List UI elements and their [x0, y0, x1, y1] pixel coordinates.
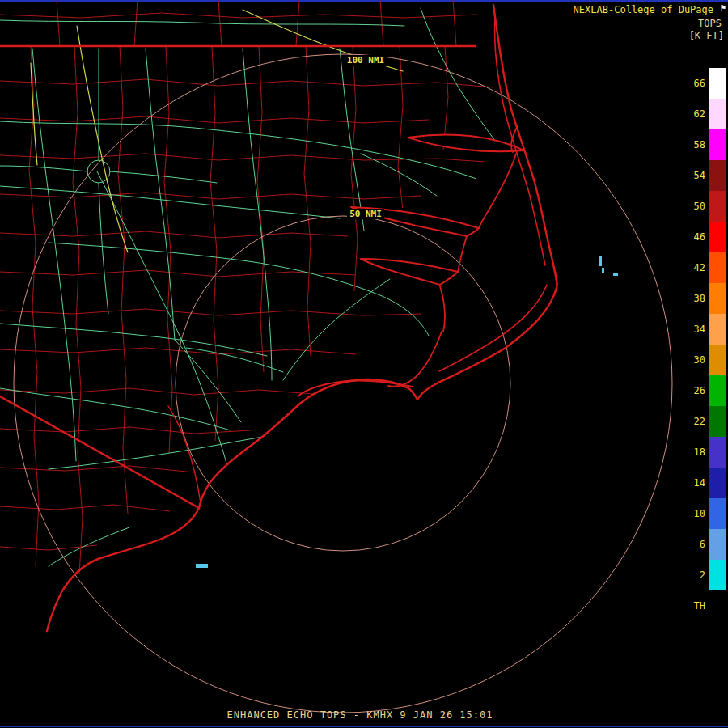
- legend-row: TH: [684, 590, 726, 621]
- legend-row: 30: [684, 345, 726, 375]
- legend-value-label: 26: [684, 385, 705, 396]
- attribution-text: NEXLAB-College of DuPage: [574, 4, 713, 15]
- legend-row: 58: [684, 129, 726, 160]
- legend-value-label: 38: [684, 293, 705, 304]
- legend-row: 26: [684, 375, 726, 406]
- sound-mainland-shore: [298, 125, 518, 396]
- legend-color-swatch: [709, 68, 726, 99]
- legend-color-swatch: [709, 406, 726, 437]
- albemarle-sound: [408, 135, 524, 152]
- legend-color-swatch: [709, 129, 726, 160]
- legend-units: [K FT]: [689, 30, 724, 41]
- legend-row: 14: [684, 468, 726, 498]
- legend-color-swatch: [709, 283, 726, 314]
- county-borders: [0, 0, 493, 574]
- legend-row: 34: [684, 314, 726, 345]
- legend-row: 22: [684, 406, 726, 437]
- legend-value-label: 34: [684, 324, 705, 335]
- legend-value-label: 62: [684, 108, 705, 120]
- legend-value-label: 18: [684, 447, 705, 458]
- legend-value-label: 10: [684, 508, 705, 519]
- storm-echoes: [196, 256, 618, 568]
- outer-banks-soundside: [439, 16, 547, 371]
- legend-value-label: 54: [684, 170, 705, 181]
- legend-value-label: 42: [684, 262, 705, 273]
- frame-line-bottom: [0, 726, 728, 727]
- legend-color-swatch: [709, 99, 726, 129]
- legend-color-swatch: [709, 160, 726, 191]
- product-caption: ENHANCED ECHO TOPS - KMHX 9 JAN 26 15:01: [227, 709, 493, 721]
- legend-title: TOPS: [698, 18, 722, 29]
- legend-row: 50: [684, 191, 726, 222]
- legend-row: 38: [684, 283, 726, 314]
- legend-row: 10: [684, 498, 726, 529]
- legend-items: 66625854504642383430262218141062TH: [684, 68, 726, 621]
- legend-value-label: TH: [684, 600, 705, 612]
- legend-color-swatch: [709, 252, 726, 283]
- range-ring-label-100nmi: 100 NMI: [345, 55, 387, 66]
- legend-color-swatch: [709, 222, 726, 252]
- coastline: [0, 5, 557, 631]
- legend-value-label: 6: [684, 539, 705, 550]
- legend-color-swatch: [709, 191, 726, 222]
- legend-color-swatch: [709, 560, 726, 590]
- legend-value-label: 22: [684, 416, 705, 427]
- road-network: [0, 8, 497, 566]
- cod-logo-icon: ⚑: [720, 3, 726, 13]
- legend-value-label: 2: [684, 569, 705, 581]
- legend-row: 6: [684, 529, 726, 560]
- legend-color-swatch: [709, 468, 726, 498]
- legend-color-swatch: [709, 498, 726, 529]
- legend-color-swatch: [709, 375, 726, 406]
- echo-cell: [196, 564, 208, 568]
- color-scale-legend: 66625854504642383430262218141062TH: [684, 68, 726, 621]
- echo-cell: [613, 273, 618, 276]
- legend-value-label: 30: [684, 354, 705, 366]
- legend-value-label: 66: [684, 78, 705, 89]
- legend-row: 46: [684, 222, 726, 252]
- legend-value-label: 50: [684, 201, 705, 212]
- echo-cell: [602, 268, 604, 273]
- legend-row: 42: [684, 252, 726, 283]
- legend-color-swatch: [709, 345, 726, 375]
- legend-row: 54: [684, 160, 726, 191]
- legend-color-swatch: [709, 437, 726, 468]
- legend-color-swatch: [709, 590, 726, 621]
- range-ring-label-50nmi: 50 NMI: [347, 209, 384, 219]
- legend-value-label: 58: [684, 139, 705, 150]
- legend-value-label: 46: [684, 231, 705, 243]
- legend-value-label: 14: [684, 477, 705, 489]
- legend-row: 66: [684, 68, 726, 99]
- echo-cell: [599, 256, 602, 266]
- legend-color-swatch: [709, 529, 726, 560]
- legend-row: 18: [684, 437, 726, 468]
- legend-row: 2: [684, 560, 726, 590]
- neuse-river: [361, 259, 458, 285]
- legend-color-swatch: [709, 314, 726, 345]
- radar-map: [0, 0, 728, 728]
- legend-row: 62: [684, 99, 726, 129]
- ocean-coast: [47, 5, 557, 631]
